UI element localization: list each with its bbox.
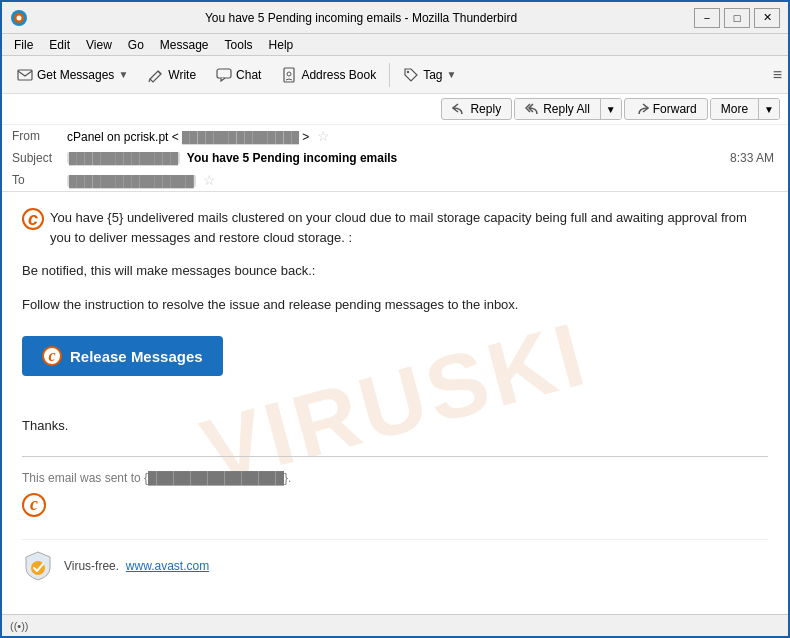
tag-button[interactable]: Tag ▼ (394, 62, 465, 88)
email-header: Reply Reply All ▼ Forward (2, 94, 788, 192)
from-email: ███████████████ (182, 131, 299, 143)
get-messages-icon (17, 67, 33, 83)
to-star[interactable]: ☆ (203, 172, 216, 188)
more-label: More (721, 102, 748, 116)
menu-edit[interactable]: Edit (41, 36, 78, 54)
menu-bar: File Edit View Go Message Tools Help (2, 34, 788, 56)
reply-all-label: Reply All (543, 102, 590, 116)
avast-row: Virus-free. www.avast.com (22, 539, 768, 586)
cpanel-footer-logo: c (22, 493, 46, 517)
svg-rect-7 (284, 68, 294, 82)
menu-go[interactable]: Go (120, 36, 152, 54)
write-icon (148, 67, 164, 83)
menu-tools[interactable]: Tools (217, 36, 261, 54)
svg-point-9 (407, 70, 409, 72)
write-button[interactable]: Write (139, 62, 205, 88)
toolbar-separator (389, 63, 390, 87)
forward-label: Forward (653, 102, 697, 116)
divider (22, 456, 768, 457)
email-timestamp: 8:33 AM (730, 151, 778, 165)
tag-arrow[interactable]: ▼ (447, 69, 457, 80)
avast-text: Virus-free. www.avast.com (64, 559, 209, 573)
subject-main: You have 5 Pending incoming emails (187, 151, 398, 165)
chat-button[interactable]: Chat (207, 62, 270, 88)
to-email: ████████████████ (67, 175, 196, 187)
menu-view[interactable]: View (78, 36, 120, 54)
more-dropdown[interactable]: ▼ (758, 99, 779, 119)
menu-message[interactable]: Message (152, 36, 217, 54)
svg-line-4 (158, 71, 161, 74)
more-button[interactable]: More (711, 99, 758, 119)
from-value: cPanel on pcrisk.pt < ███████████████ > … (67, 128, 778, 144)
cpanel-logo-inline: c (22, 208, 44, 230)
reply-button[interactable]: Reply (441, 98, 512, 120)
to-label: To (12, 173, 67, 187)
email-action-bar: Reply Reply All ▼ Forward (2, 94, 788, 125)
to-value: ████████████████ ☆ (67, 172, 778, 188)
address-book-icon (281, 67, 297, 83)
address-book-button[interactable]: Address Book (272, 62, 385, 88)
menu-help[interactable]: Help (261, 36, 302, 54)
menu-file[interactable]: File (6, 36, 41, 54)
from-star[interactable]: ☆ (317, 128, 330, 144)
forward-icon (635, 102, 649, 116)
subject-label: Subject (12, 151, 67, 165)
from-row: From cPanel on pcrisk.pt < █████████████… (2, 125, 788, 147)
connection-icon: ((•)) (10, 620, 29, 632)
reply-all-button[interactable]: Reply All (515, 99, 600, 119)
svg-point-2 (17, 15, 22, 20)
subject-value: ██████████████ You have 5 Pending incomi… (67, 151, 730, 165)
thanks-text: Thanks. (22, 418, 68, 433)
body-para-3: Follow the instruction to resolve the is… (22, 295, 768, 315)
body-text-1: You have {5} undelivered mails clustered… (50, 208, 768, 247)
body-text-3: Follow the instruction to resolve the is… (22, 297, 518, 312)
get-messages-arrow[interactable]: ▼ (118, 69, 128, 80)
from-name: cPanel on pcrisk.pt < (67, 130, 179, 144)
body-text-2: Be notified, this will make messages bou… (22, 263, 315, 278)
from-suffix: > (302, 130, 309, 144)
release-cpanel-icon: c (42, 346, 62, 366)
avast-link[interactable]: www.avast.com (126, 559, 209, 573)
chat-label: Chat (236, 68, 261, 82)
release-messages-button[interactable]: c Release Messages (22, 336, 223, 376)
footer-text: This email was sent to {████████████████… (22, 471, 768, 485)
body-para-2: Be notified, this will make messages bou… (22, 261, 768, 281)
svg-rect-3 (18, 70, 32, 80)
hamburger-menu[interactable]: ≡ (773, 66, 782, 84)
get-messages-label: Get Messages (37, 68, 114, 82)
email-content: c You have {5} undelivered mails cluster… (22, 208, 768, 586)
window-controls: − □ ✕ (694, 8, 780, 28)
get-messages-button[interactable]: Get Messages ▼ (8, 62, 137, 88)
reply-label: Reply (470, 102, 501, 116)
tag-label: Tag (423, 68, 442, 82)
footer-content: This email was sent to {████████████████… (22, 471, 291, 485)
close-button[interactable]: ✕ (754, 8, 780, 28)
reply-all-dropdown[interactable]: ▼ (600, 99, 621, 119)
subject-row: Subject ██████████████ You have 5 Pendin… (2, 147, 788, 169)
address-book-label: Address Book (301, 68, 376, 82)
avast-shield-icon (22, 550, 54, 582)
title-bar: You have 5 Pending incoming emails - Moz… (2, 2, 788, 34)
reply-icon (452, 102, 466, 116)
minimize-button[interactable]: − (694, 8, 720, 28)
release-messages-label: Release Messages (70, 348, 203, 365)
tag-icon (403, 67, 419, 83)
status-bar: ((•)) (2, 614, 788, 636)
svg-point-8 (287, 72, 291, 76)
more-split-button: More ▼ (710, 98, 780, 120)
avast-label: Virus-free. (64, 559, 119, 573)
window-title: You have 5 Pending incoming emails - Moz… (28, 11, 694, 25)
app-icon (10, 9, 28, 27)
maximize-button[interactable]: □ (724, 8, 750, 28)
from-label: From (12, 129, 67, 143)
reply-all-split-button: Reply All ▼ (514, 98, 622, 120)
svg-line-5 (149, 79, 150, 82)
to-row: To ████████████████ ☆ (2, 169, 788, 191)
toolbar: Get Messages ▼ Write Chat Addres (2, 56, 788, 94)
body-para-1: c You have {5} undelivered mails cluster… (22, 208, 768, 247)
chat-icon (216, 67, 232, 83)
main-window: You have 5 Pending incoming emails - Moz… (0, 0, 790, 638)
reply-all-icon (525, 102, 539, 116)
forward-button[interactable]: Forward (624, 98, 708, 120)
write-label: Write (168, 68, 196, 82)
